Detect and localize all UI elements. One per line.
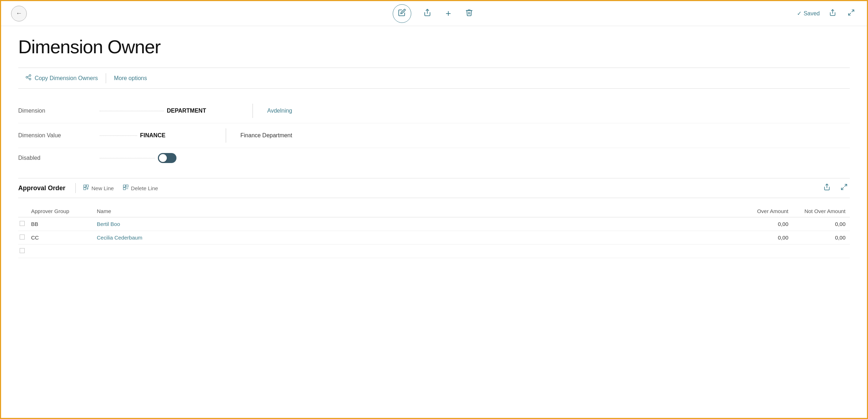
- disabled-toggle[interactable]: [158, 153, 176, 163]
- expand-button[interactable]: [845, 8, 857, 20]
- svg-point-5: [29, 75, 31, 77]
- approval-share-button[interactable]: [821, 182, 833, 194]
- checkmark-icon: ✓: [797, 10, 802, 17]
- not-over-amount-cell: 0,00: [793, 217, 850, 231]
- toolbar-right: ✓ Saved: [797, 8, 857, 20]
- name-cell[interactable]: Cecilia Cederbaum: [93, 231, 743, 245]
- group-cell: CC: [27, 231, 84, 245]
- copy-dimension-owners-label: Copy Dimension Owners: [35, 75, 98, 82]
- saved-label: Saved: [804, 10, 820, 17]
- group-cell: BB: [27, 217, 84, 231]
- export-button[interactable]: [827, 8, 838, 20]
- spacer-cell: [84, 217, 93, 231]
- delete-trash-icon: [465, 9, 473, 19]
- expand-icon: [848, 9, 855, 18]
- group-cell: [27, 245, 84, 258]
- add-icon: +: [445, 8, 451, 19]
- svg-line-19: [845, 184, 847, 187]
- svg-rect-10: [86, 185, 89, 187]
- page-content: Dimension Owner Copy Dimension Owners Mo…: [1, 26, 867, 268]
- svg-line-2: [852, 10, 854, 12]
- svg-point-6: [29, 78, 31, 80]
- field-vertical-divider-2: [226, 128, 226, 143]
- disabled-field-row: Disabled: [18, 148, 850, 168]
- fields-section: Dimension DEPARTMENT Avdelning Dimension…: [18, 99, 850, 168]
- row-selector-cell[interactable]: [18, 217, 27, 231]
- svg-rect-9: [84, 185, 86, 187]
- disabled-label: Disabled: [18, 155, 97, 161]
- edit-pencil-icon: [398, 9, 406, 18]
- new-line-button[interactable]: New Line: [79, 183, 118, 193]
- approval-order-title: Approval Order: [18, 184, 65, 192]
- col-name-header: Name: [93, 205, 743, 217]
- dimension-value-extra: Finance Department: [240, 132, 292, 139]
- disabled-dots: [100, 158, 155, 158]
- toolbar-left: ←: [11, 6, 27, 21]
- dimension-label: Dimension: [18, 108, 97, 114]
- new-line-icon: [83, 184, 89, 192]
- approval-expand-button[interactable]: [838, 182, 850, 194]
- col-spacer-header: [84, 205, 93, 217]
- svg-point-4: [26, 77, 28, 78]
- dimension-value: DEPARTMENT: [167, 108, 238, 114]
- share-button[interactable]: [421, 7, 433, 20]
- col-selector-header: [18, 205, 27, 217]
- svg-line-20: [842, 188, 844, 190]
- col-approver-group-header: Approver Group: [27, 205, 84, 217]
- row-checkbox[interactable]: [20, 235, 25, 240]
- copy-dimension-owners-button[interactable]: Copy Dimension Owners: [18, 72, 104, 85]
- spacer-cell: [84, 231, 93, 245]
- delete-line-button[interactable]: Delete Line: [118, 183, 163, 193]
- share-icon: [423, 9, 431, 19]
- svg-line-3: [849, 13, 851, 15]
- not-over-amount-cell: 0,00: [793, 231, 850, 245]
- dimension-value-label: Dimension Value: [18, 132, 97, 139]
- name-cell[interactable]: Bertil Boo: [93, 217, 743, 231]
- delete-button[interactable]: [463, 7, 475, 20]
- new-line-label: New Line: [91, 185, 114, 191]
- dimension-field-row: Dimension DEPARTMENT Avdelning: [18, 99, 850, 123]
- over-amount-cell: [743, 245, 793, 258]
- approval-expand-icon: [840, 183, 848, 193]
- toolbar: ← +: [1, 1, 867, 26]
- table-row: BB Bertil Boo 0,00 0,00: [18, 217, 850, 231]
- svg-rect-11: [84, 188, 86, 190]
- row-checkbox[interactable]: [20, 221, 25, 226]
- over-amount-cell: 0,00: [743, 217, 793, 231]
- row-checkbox[interactable]: [20, 248, 25, 253]
- spacer-cell: [84, 245, 93, 258]
- page-title: Dimension Owner: [18, 36, 850, 58]
- add-button[interactable]: +: [443, 6, 453, 20]
- dimension-value-value: FINANCE: [140, 132, 211, 139]
- svg-line-8: [28, 78, 29, 79]
- delete-line-icon: [123, 184, 129, 192]
- row-selector-cell[interactable]: [18, 245, 27, 258]
- table-header-row: Approver Group Name Over Amount Not Over…: [18, 205, 850, 217]
- back-button[interactable]: ←: [11, 6, 27, 21]
- toggle-knob: [159, 154, 167, 162]
- row-selector-cell[interactable]: [18, 231, 27, 245]
- over-amount-cell: 0,00: [743, 231, 793, 245]
- approval-table: Approver Group Name Over Amount Not Over…: [18, 205, 850, 258]
- dimension-dots: [100, 111, 164, 111]
- not-over-amount-cell: [793, 245, 850, 258]
- svg-rect-14: [123, 185, 125, 187]
- approval-share-icon: [823, 183, 830, 193]
- action-bar: Copy Dimension Owners More options: [18, 68, 850, 89]
- svg-line-7: [28, 76, 29, 77]
- name-cell[interactable]: [93, 245, 743, 258]
- more-options-button[interactable]: More options: [108, 73, 154, 84]
- more-options-label: More options: [114, 75, 147, 82]
- export-icon: [829, 9, 836, 18]
- dim-value-dots: [100, 135, 137, 136]
- field-vertical-divider: [253, 104, 253, 118]
- dimension-value-field-row: Dimension Value FINANCE Finance Departme…: [18, 123, 850, 148]
- approval-order-header: Approval Order New Line: [18, 178, 850, 198]
- table-row: CC Cecilia Cederbaum 0,00 0,00: [18, 231, 850, 245]
- back-arrow-icon: ←: [16, 10, 22, 17]
- approval-header-divider: [75, 183, 76, 193]
- delete-line-label: Delete Line: [131, 185, 158, 191]
- svg-rect-16: [123, 188, 125, 190]
- edit-button[interactable]: [393, 4, 411, 23]
- col-not-over-amount-header: Not Over Amount: [793, 205, 850, 217]
